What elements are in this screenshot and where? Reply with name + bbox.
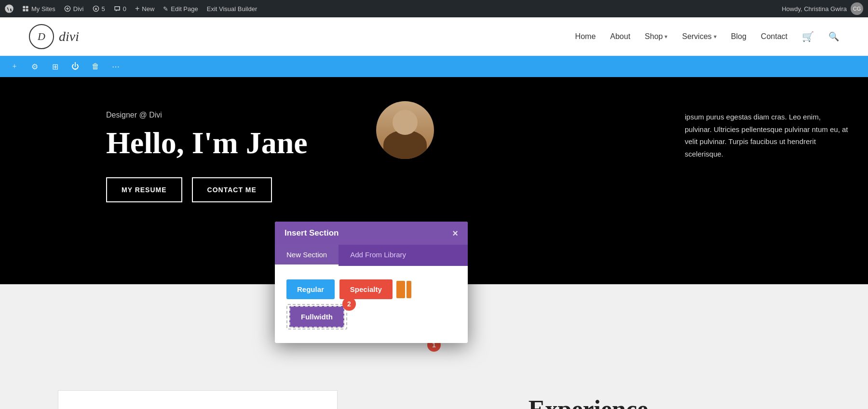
modal-body: Regular Specialty Fullwidth 2 bbox=[275, 266, 468, 343]
regular-section-btn[interactable]: Regular bbox=[286, 279, 335, 299]
hero-avatar bbox=[376, 101, 434, 159]
admin-avatar: CG bbox=[851, 2, 863, 15]
hero-content: Designer @ Divi Hello, I'm Jane MY RESUM… bbox=[106, 111, 308, 202]
power-toolbar-btn[interactable]: ⏻ bbox=[68, 60, 82, 73]
svg-rect-2 bbox=[26, 6, 28, 8]
fullwidth-section-btn[interactable]: Fullwidth bbox=[289, 306, 344, 328]
search-icon[interactable]: 🔍 bbox=[828, 31, 839, 42]
hero-body-text: ipsum purus egestas diam cras. Leo enim,… bbox=[685, 111, 849, 160]
svg-rect-3 bbox=[23, 9, 25, 12]
trash-toolbar-btn[interactable]: 🗑 bbox=[89, 60, 102, 73]
modal-title: Insert Section bbox=[285, 228, 339, 238]
nav-services[interactable]: Services ▾ bbox=[682, 32, 716, 41]
resume-button[interactable]: MY RESUME bbox=[106, 177, 182, 202]
new-link[interactable]: + New bbox=[135, 4, 154, 13]
admin-user-info: Howdy, Christina Gwira CG bbox=[782, 2, 863, 15]
insert-section-modal: Insert Section × New Section Add From Li… bbox=[275, 222, 468, 343]
fullwidth-group: Fullwidth 2 bbox=[286, 304, 347, 330]
services-dropdown-icon: ▾ bbox=[714, 33, 717, 40]
divi-link[interactable]: Divi bbox=[64, 5, 84, 13]
admin-bar: My Sites Divi 5 0 + New ✎ Edit Page Exit… bbox=[0, 0, 868, 17]
experience-section: Experience bbox=[0, 361, 868, 409]
fullwidth-dashed-wrapper: Fullwidth bbox=[286, 304, 347, 330]
specialty-section-btn[interactable]: Specialty bbox=[339, 279, 393, 299]
layout-toolbar-btn[interactable]: ⊞ bbox=[48, 60, 62, 73]
shop-dropdown-icon: ▾ bbox=[665, 33, 667, 40]
contact-button[interactable]: CONTACT ME bbox=[192, 177, 272, 202]
modal-tabs: New Section Add From Library bbox=[275, 245, 468, 266]
add-section-toolbar-btn[interactable]: + bbox=[8, 60, 21, 73]
edit-page-link[interactable]: ✎ Edit Page bbox=[163, 5, 198, 13]
vb-toolbar: + ⚙ ⊞ ⏻ 🗑 ⋯ bbox=[0, 56, 868, 77]
svg-rect-1 bbox=[23, 6, 25, 8]
cart-icon[interactable]: 🛒 bbox=[802, 31, 814, 42]
comments-link[interactable]: 0 bbox=[114, 5, 126, 13]
badge-2: 2 bbox=[342, 297, 356, 311]
svg-rect-4 bbox=[26, 9, 28, 12]
modal-close-button[interactable]: × bbox=[452, 228, 458, 238]
tab-new-section[interactable]: New Section bbox=[275, 245, 339, 266]
hero-subtitle: Designer @ Divi bbox=[106, 111, 308, 119]
hero-section: Designer @ Divi Hello, I'm Jane MY RESUM… bbox=[0, 77, 868, 284]
avatar-image bbox=[376, 101, 434, 159]
tab-add-from-library[interactable]: Add From Library bbox=[339, 245, 418, 266]
experience-title: Experience bbox=[366, 395, 810, 409]
nav-contact[interactable]: Contact bbox=[761, 32, 787, 41]
site-nav: Home About Shop ▾ Services ▾ Blog Contac… bbox=[575, 31, 839, 42]
experience-left-panel bbox=[58, 390, 338, 409]
settings-toolbar-btn[interactable]: ⚙ bbox=[28, 60, 41, 73]
site-header: D divi Home About Shop ▾ Services ▾ Blog… bbox=[0, 17, 868, 56]
nav-shop[interactable]: Shop ▾ bbox=[645, 32, 667, 41]
exit-vb-link[interactable]: Exit Visual Builder bbox=[207, 5, 258, 13]
hero-buttons: MY RESUME CONTACT ME bbox=[106, 177, 308, 202]
wp-logo[interactable] bbox=[5, 4, 14, 13]
hero-title: Hello, I'm Jane bbox=[106, 126, 308, 160]
nav-blog[interactable]: Blog bbox=[731, 32, 746, 41]
more-toolbar-btn[interactable]: ⋯ bbox=[109, 60, 122, 73]
nav-home[interactable]: Home bbox=[575, 32, 596, 41]
nav-about[interactable]: About bbox=[610, 32, 630, 41]
specialty-icon bbox=[396, 281, 411, 298]
specialty-group: Specialty bbox=[339, 279, 413, 299]
modal-header: Insert Section × bbox=[275, 222, 468, 245]
updates-link[interactable]: 5 bbox=[93, 5, 105, 13]
logo-circle: D bbox=[29, 24, 54, 49]
my-sites-link[interactable]: My Sites bbox=[22, 5, 55, 13]
site-logo[interactable]: D divi bbox=[29, 24, 79, 49]
